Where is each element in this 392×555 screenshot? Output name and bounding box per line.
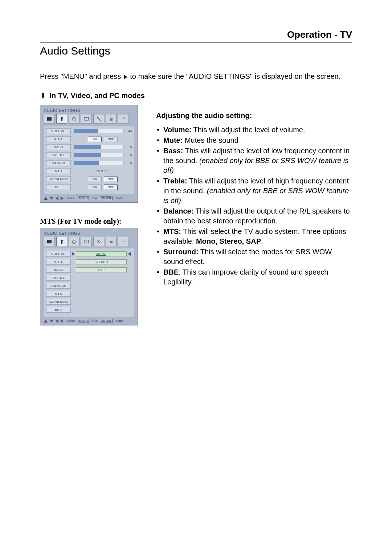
page-header-title: Operation - TV: [287, 29, 352, 40]
foot-menu-box: MENU: [78, 196, 89, 200]
tab-screen-icon[interactable]: [81, 237, 92, 246]
osd2-title: AUDIO SETTINGS: [44, 231, 134, 235]
svg-rect-6: [110, 118, 113, 121]
svg-rect-2: [61, 119, 62, 121]
osd-label-bbe: BBE: [46, 184, 71, 190]
osd2-label-balance: BALANCE: [46, 283, 71, 289]
mts-right-icon: [72, 252, 75, 256]
osd2-label-bass: BASS: [46, 267, 71, 273]
osd-panel-mts: AUDIO SETTINGS VOLUME MONO: [40, 228, 138, 325]
foot-enter-lbl: : Enter: [115, 319, 123, 323]
tab-timer-icon[interactable]: [69, 114, 79, 123]
right-arrow-icon: [124, 75, 127, 79]
svg-rect-9: [61, 242, 62, 244]
right-heading: Adjusting the audio setting:: [156, 112, 352, 120]
svg-rect-0: [47, 117, 52, 121]
mute-off-button[interactable]: OFF: [104, 137, 118, 142]
nav-right-icon: [61, 319, 64, 323]
mts-left-icon: [128, 252, 131, 256]
balance-slider[interactable]: [74, 161, 124, 165]
balance-value: 0: [125, 161, 132, 165]
desc-volume: Volume: This will adjust the level of vo…: [156, 125, 352, 135]
desc-surround: Surround: This will select the modes for…: [156, 247, 352, 267]
osd2-footer: : Select MENU : Exit ENTER : Enter: [44, 317, 134, 323]
nav-left-icon: [56, 319, 58, 323]
tab-setup-icon[interactable]: [93, 114, 104, 123]
osd-label-bass: BASS: [46, 144, 71, 150]
foot-menu-box: MENU: [78, 319, 89, 323]
desc-mute: Mute: Mutes the sound: [156, 135, 352, 145]
svg-rect-11: [84, 240, 89, 243]
surround-on-button[interactable]: ON: [88, 177, 102, 182]
nav-left-icon: [56, 197, 58, 200]
description-list: Volume: This will adjust the level of vo…: [156, 125, 352, 287]
desc-mts: MTS: This will select the TV audio syste…: [156, 227, 352, 246]
osd-label-surround: SURROUND: [46, 176, 71, 182]
tab-lock-icon[interactable]: [106, 237, 117, 246]
bbe-off-button[interactable]: OFF: [104, 185, 118, 190]
bass-slider[interactable]: [74, 145, 124, 149]
tab-exit-icon[interactable]: [118, 237, 129, 246]
foot-exit: : Exit: [91, 319, 98, 323]
osd-tab-row: [44, 114, 134, 123]
osd-title: AUDIO SETTINGS: [44, 108, 134, 113]
mute-on-button[interactable]: ON: [88, 137, 102, 142]
bbe-on-button[interactable]: ON: [88, 185, 102, 190]
tab-exit-icon[interactable]: [118, 114, 129, 123]
nav-up-icon: [44, 320, 48, 323]
foot-select: : Select: [66, 197, 75, 200]
tab-setup-icon[interactable]: [93, 237, 104, 246]
tab-picture-icon[interactable]: [44, 237, 55, 246]
mts-option-sap[interactable]: SAP: [76, 267, 127, 272]
foot-enter-box: ENTER: [100, 196, 113, 200]
mts-option-stereo[interactable]: STEREO: [76, 259, 127, 264]
desc-bass: Bass: This will adjust the level of low …: [156, 146, 352, 175]
intro-text: Press "MENU" and press to make sure the …: [40, 72, 352, 81]
osd-label-balance: BALANCE: [46, 160, 71, 166]
foot-enter-box: ENTER: [100, 319, 113, 323]
foot-select: : Select: [66, 319, 75, 323]
tab-lock-icon[interactable]: [106, 114, 117, 123]
mts-enter-label[interactable]: ENTER: [71, 169, 132, 173]
osd2-label-volume: VOLUME: [46, 251, 71, 257]
volume-value: 49: [125, 129, 132, 133]
tab-screen-icon[interactable]: [81, 114, 92, 123]
pencil-icon: ✎: [38, 91, 47, 101]
tab-audio-icon[interactable]: [56, 237, 67, 246]
svg-point-1: [61, 117, 63, 119]
section-title: Audio Settings: [40, 45, 352, 57]
svg-rect-12: [110, 241, 113, 243]
osd2-tab-row: [44, 237, 134, 246]
osd2-label-treble: TREBLE: [46, 275, 71, 281]
osd-label-treble: TREBLE: [46, 152, 71, 158]
treble-slider[interactable]: [74, 153, 124, 157]
intro-b: to make sure the "AUDIO SETTINGS" is dis…: [130, 72, 340, 80]
foot-exit: : Exit: [91, 197, 98, 200]
tab-picture-icon[interactable]: [44, 114, 55, 123]
surround-off-button[interactable]: OFF: [104, 177, 118, 182]
osd-panel-audio-settings: AUDIO SETTINGS VOLUME 49: [40, 105, 138, 203]
tab-timer-icon[interactable]: [69, 237, 79, 246]
mts-option-mono[interactable]: MONO: [76, 251, 127, 256]
desc-treble: Treble: This will adjust the level of hi…: [156, 176, 352, 206]
modes-heading-text: In TV, Video, and PC modes: [50, 92, 145, 100]
osd-footer: : Select MENU : Exit ENTER : Enter: [44, 194, 134, 200]
nav-down-icon: [50, 320, 53, 323]
mts-heading: MTS (For TV mode only):: [40, 217, 138, 226]
bass-value: 10: [125, 145, 132, 149]
svg-point-10: [72, 240, 76, 244]
nav-right-icon: [61, 197, 64, 200]
svg-rect-4: [74, 117, 74, 118]
tab-audio-icon[interactable]: [56, 114, 67, 123]
osd2-label-bbe: BBE: [46, 307, 71, 313]
volume-slider[interactable]: [74, 129, 124, 133]
nav-down-icon: [50, 197, 53, 200]
osd-label-mts: MTS: [46, 168, 71, 174]
svg-point-8: [61, 240, 63, 242]
osd-label-volume: VOLUME: [46, 128, 71, 134]
desc-bbe: BBE: This can improve clarity of sound a…: [156, 267, 352, 287]
svg-rect-7: [47, 240, 52, 243]
desc-balance: Balance: This will adjust the output of …: [156, 206, 352, 226]
foot-enter-lbl: : Enter: [115, 197, 123, 200]
intro-a: Press "MENU" and press: [40, 72, 121, 80]
